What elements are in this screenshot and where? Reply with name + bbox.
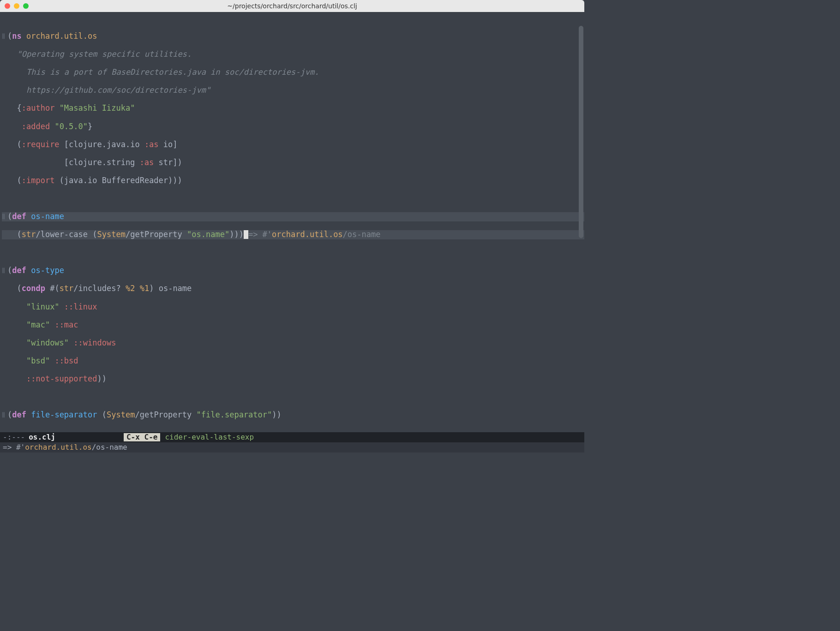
- docstring: https://github.com/soc/directories-jvm": [17, 85, 210, 95]
- class: System: [97, 230, 126, 239]
- added-val: "0.5.0": [54, 122, 88, 131]
- buffer-file: os.clj: [29, 433, 55, 441]
- eval-sym: /os-name: [92, 443, 127, 452]
- eval-prefix: => #': [248, 230, 272, 239]
- string: "bsd": [26, 356, 50, 365]
- keyword: ::mac: [54, 320, 78, 329]
- string: "linux": [26, 302, 60, 311]
- ns-keyword: ns: [12, 31, 21, 41]
- mode-line: -:--- os.clj C-x C-e cider-eval-last-sex…: [0, 432, 584, 442]
- ns-alias: str: [60, 284, 74, 293]
- import-pkg: java.io: [64, 176, 97, 185]
- ns-alias: str: [22, 230, 36, 239]
- ns-name: orchard.util.os: [26, 31, 97, 41]
- sym: os-name: [159, 284, 192, 293]
- keybinding: C-x C-e: [124, 433, 160, 441]
- var-name: file-separator: [31, 410, 97, 419]
- var-name: os-name: [31, 212, 64, 221]
- keyword: ::linux: [64, 302, 97, 311]
- eval-ns: orchard.util.os: [25, 443, 92, 452]
- var-name: os-type: [31, 266, 64, 275]
- arg: %2: [126, 284, 135, 293]
- req-ns: clojure.string: [69, 158, 135, 167]
- require-kw: :require: [22, 140, 60, 149]
- def-kw: def: [12, 212, 26, 221]
- keyword: ::windows: [73, 338, 116, 347]
- eval-ns: orchard.util.os: [272, 230, 343, 239]
- added-key: :added: [22, 122, 50, 131]
- window-titlebar: ~/projects/orchard/src/orchard/util/os.c…: [0, 0, 584, 12]
- def-kw: def: [12, 410, 26, 419]
- cursor: [244, 230, 248, 239]
- author-val: "Masashi Iizuka": [60, 103, 135, 113]
- req-ns: clojure.java.io: [69, 140, 140, 149]
- docstring: "Operating system specific utilities.: [17, 49, 192, 59]
- string-arg: "os.name": [187, 230, 229, 239]
- keyword: ::bsd: [54, 356, 78, 365]
- code-editor[interactable]: ⦀(ns orchard.util.os "Operating system s…: [0, 12, 584, 432]
- fn-call: lower-case: [41, 230, 88, 239]
- string: "file.separator": [197, 410, 272, 419]
- buffer-status: -:---: [3, 433, 25, 441]
- class: System: [107, 410, 135, 419]
- scrollbar[interactable]: [579, 26, 583, 238]
- import-cls: BufferedReader: [102, 176, 168, 185]
- author-key: :author: [22, 103, 55, 113]
- eval-prefix: => #': [3, 443, 25, 452]
- condp-kw: condp: [22, 284, 45, 293]
- method: getProperty: [130, 230, 182, 239]
- string: "mac": [26, 320, 50, 329]
- keyword: ::not-supported: [26, 374, 97, 383]
- command-name: cider-eval-last-sexp: [165, 433, 254, 441]
- def-kw: def: [12, 266, 26, 275]
- as-kw: :as: [140, 158, 154, 167]
- fn-call: includes?: [78, 284, 121, 293]
- docstring: This is a port of BaseDirectories.java i…: [17, 67, 319, 77]
- eval-sym: /os-name: [343, 230, 381, 239]
- import-kw: :import: [22, 176, 55, 185]
- string: "windows": [26, 338, 69, 347]
- minibuffer[interactable]: => #'orchard.util.os/os-name: [0, 442, 584, 452]
- as-kw: :as: [144, 140, 159, 149]
- req-alias: io: [163, 140, 173, 149]
- window-title: ~/projects/orchard/src/orchard/util/os.c…: [0, 2, 584, 10]
- req-alias: str: [159, 158, 173, 167]
- arg: %1: [140, 284, 149, 293]
- method: getProperty: [140, 410, 192, 419]
